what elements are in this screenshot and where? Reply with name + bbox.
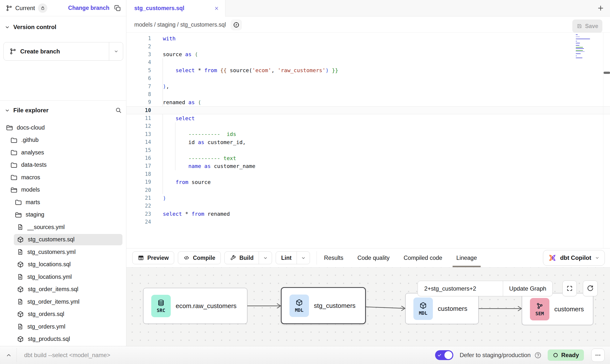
copy-icon[interactable] xyxy=(114,4,121,12)
code-line-16[interactable]: 16 ---------- text xyxy=(126,154,610,162)
code-line-20[interactable]: 20 xyxy=(126,186,610,194)
scrollbar-thumb[interactable] xyxy=(604,72,610,74)
new-tab-plus-icon[interactable] xyxy=(597,5,604,12)
tab-lineage[interactable]: Lineage xyxy=(456,248,477,267)
lineage-node-stg-customers[interactable]: MDLstg_customers xyxy=(281,287,366,324)
code-lines[interactable]: 1with23source as (45 select * from {{ so… xyxy=(126,34,610,226)
file-tree-item--github[interactable]: .github xyxy=(0,134,126,147)
file-tree-item-macros[interactable]: macros xyxy=(0,171,126,184)
file-explorer-header[interactable]: File explorer xyxy=(4,107,122,114)
code-line-15[interactable]: 15 xyxy=(126,146,610,154)
version-control-header[interactable]: Version control xyxy=(4,24,56,31)
line-number: 22 xyxy=(126,203,151,209)
file-tree-item-analyses[interactable]: analyses xyxy=(0,146,126,159)
footer-divider xyxy=(17,348,17,362)
create-branch-button[interactable]: Create branch xyxy=(3,42,123,61)
tab-compiled-code[interactable]: Compiled code xyxy=(404,248,442,267)
tab-code-quality[interactable]: Code quality xyxy=(357,248,390,267)
chevron-up-icon[interactable] xyxy=(5,352,12,359)
code-editor[interactable]: 1with23source as (45 select * from {{ so… xyxy=(126,33,610,248)
change-branch-link[interactable]: Change branch xyxy=(68,5,109,11)
file-tree-item-data-tests[interactable]: data-tests xyxy=(0,159,126,171)
build-dropdown[interactable] xyxy=(259,252,272,264)
file-tree-item-staging[interactable]: staging xyxy=(0,209,126,221)
code-line-1[interactable]: 1with xyxy=(126,34,610,42)
file-label: docs-cloud xyxy=(17,124,45,131)
file-tree-item-docs-cloud[interactable]: docs-cloud xyxy=(0,121,126,134)
node-type-badge: MDL xyxy=(289,295,309,317)
file-tree-item-stg-orders-sql[interactable]: stg_orders.sql xyxy=(0,308,126,321)
code-line-13[interactable]: 13 ---------- ids xyxy=(126,130,610,138)
lint-button[interactable]: Lint xyxy=(276,251,310,264)
build-button[interactable]: Build xyxy=(224,251,272,264)
lineage-node-customers[interactable]: SEMcustomers xyxy=(522,293,593,325)
file-tree-item-stg-order-items-sql[interactable]: stg_order_items.sql xyxy=(0,283,126,296)
file-tree-item-stg-order-items-yml[interactable]: stg_order_items.yml xyxy=(0,296,126,308)
help-icon[interactable] xyxy=(534,351,542,359)
file-tree-item-stg-products-sql[interactable]: stg_products.sql xyxy=(0,333,126,346)
code-line-11[interactable]: 11 select xyxy=(126,114,610,122)
file-tree-item-models[interactable]: models xyxy=(0,184,126,196)
code-line-21[interactable]: 21) xyxy=(126,194,610,202)
file-tree-item-stg-locations-sql[interactable]: stg_locations.sql xyxy=(0,258,126,271)
node-type-badge: MDL xyxy=(413,298,433,320)
tab-stg-customers-sql[interactable]: stg_customers.sql xyxy=(126,0,225,17)
line-number: 10 xyxy=(126,107,151,113)
file-tree-item-stg-customers-sql[interactable]: stg_customers.sql xyxy=(0,233,126,246)
create-branch-dropdown[interactable] xyxy=(109,42,123,60)
code-line-24[interactable]: 24 xyxy=(126,218,610,226)
code-line-5[interactable]: 5 select * from {{ source('ecom', 'raw_c… xyxy=(126,66,610,74)
folder-icon xyxy=(10,136,17,144)
file-label: marts xyxy=(26,199,40,206)
file-label: stg_products.sql xyxy=(28,336,70,342)
dbt-copilot-label: dbt Copilot xyxy=(560,254,591,261)
code-line-14[interactable]: 14 id as customer_id, xyxy=(126,138,610,146)
code-line-12[interactable]: 12 xyxy=(126,122,610,130)
code-line-2[interactable]: 2 xyxy=(126,42,610,50)
network-icon xyxy=(536,302,544,310)
lineage-filter-input[interactable]: 2+stg_customers+2 xyxy=(418,281,503,296)
file-tree-item-marts[interactable]: marts xyxy=(0,196,126,209)
lineage-node-customers[interactable]: MDLcustomers xyxy=(405,293,479,324)
code-line-6[interactable]: 6 xyxy=(126,74,610,82)
code-line-10[interactable]: 10 xyxy=(126,106,610,114)
close-icon[interactable] xyxy=(214,6,219,11)
folder-icon xyxy=(10,174,17,181)
lineage-node-ecom-raw-customers[interactable]: SRCecom.raw_customers xyxy=(143,288,247,324)
line-number: 23 xyxy=(126,211,151,217)
more-options-button[interactable] xyxy=(591,348,605,362)
code-line-17[interactable]: 17 name as customer_name xyxy=(126,162,610,170)
code-line-18[interactable]: 18 xyxy=(126,170,610,178)
compile-button[interactable]: Compile xyxy=(178,251,221,264)
table-icon xyxy=(138,255,144,261)
code-line-3[interactable]: 3source as ( xyxy=(126,50,610,58)
save-button[interactable]: Save xyxy=(572,19,602,33)
code-line-8[interactable]: 8 xyxy=(126,90,610,98)
preview-button[interactable]: Preview xyxy=(132,251,174,264)
file-tree-item-stg-locations-yml[interactable]: stg_locations.yml xyxy=(0,271,126,283)
dbt-cloud-ide: Current Change branch Version control Cr… xyxy=(0,0,610,364)
file-tree-item-stg-customers-yml[interactable]: stg_customers.yml xyxy=(0,246,126,258)
code-line-9[interactable]: 9renamed as ( xyxy=(126,98,610,106)
command-input[interactable]: dbt build --select <model_name> xyxy=(24,352,110,359)
tab-results[interactable]: Results xyxy=(324,248,343,267)
update-graph-button[interactable]: Update Graph xyxy=(503,281,552,296)
refresh-button[interactable] xyxy=(583,281,598,296)
file-tree-item-stg-orders-yml[interactable]: stg_orders.yml xyxy=(0,320,126,333)
file-tree-item--sources-yml[interactable]: __sources.yml xyxy=(0,221,126,233)
lint-dropdown[interactable] xyxy=(297,252,310,264)
code-line-22[interactable]: 22 xyxy=(126,202,610,210)
code-line-23[interactable]: 23select * from renamed xyxy=(126,210,610,218)
create-branch-main[interactable]: Create branch xyxy=(4,42,109,60)
code-line-4[interactable]: 4 xyxy=(126,58,610,66)
dbt-copilot-button[interactable]: dbt Copilot xyxy=(543,250,605,266)
code-line-19[interactable]: 19 from source xyxy=(126,178,610,186)
lineage-panel[interactable]: SRCecom.raw_customersMDLstg_customersMDL… xyxy=(126,267,610,346)
cube-icon xyxy=(295,298,303,307)
copilot-compass-badge[interactable] xyxy=(231,19,242,30)
code-line-7[interactable]: 7), xyxy=(126,82,610,90)
search-icon[interactable] xyxy=(115,107,122,114)
ready-status-badge[interactable]: Ready xyxy=(548,349,584,361)
fullscreen-button[interactable] xyxy=(562,281,577,296)
defer-toggle[interactable] xyxy=(435,350,453,360)
